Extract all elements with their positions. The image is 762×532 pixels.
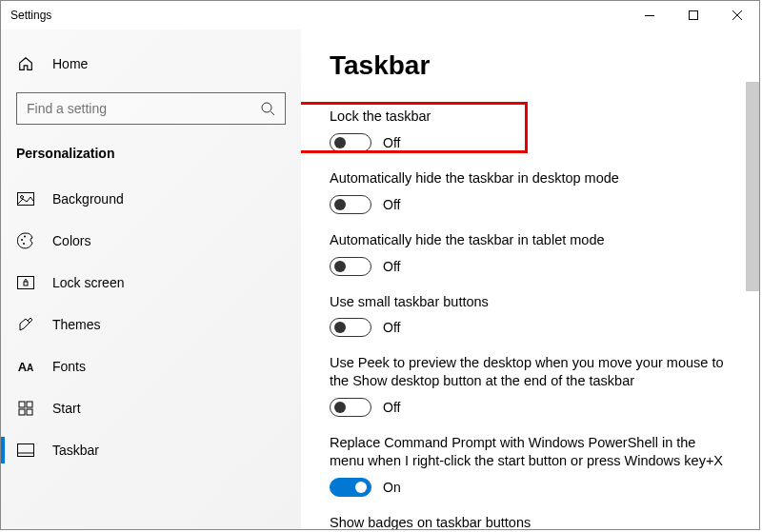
window-title: Settings — [10, 9, 51, 22]
sidebar-item-label: Taskbar — [52, 443, 99, 458]
toggle-autohide-desktop[interactable] — [330, 195, 371, 214]
settings-window: Settings Home — [0, 0, 760, 530]
toggle-state: Off — [383, 400, 400, 415]
svg-point-9 — [24, 236, 26, 238]
svg-rect-12 — [24, 282, 28, 286]
sidebar-item-themes[interactable]: Themes — [1, 304, 301, 345]
svg-rect-15 — [19, 409, 25, 415]
toggle-state: Off — [383, 259, 400, 274]
setting-autohide-tablet: Automatically hide the taskbar in tablet… — [330, 231, 731, 276]
home-label: Home — [52, 56, 88, 71]
setting-peek: Use Peek to preview the desktop when you… — [330, 354, 731, 417]
taskbar-icon — [16, 443, 35, 457]
svg-point-7 — [21, 196, 24, 199]
search-input[interactable] — [27, 101, 260, 116]
svg-rect-0 — [645, 15, 654, 16]
setting-small-buttons: Use small taskbar buttons Off — [330, 293, 731, 338]
setting-label: Use small taskbar buttons — [330, 293, 731, 311]
scrollbar-thumb[interactable] — [746, 82, 759, 291]
search-box[interactable] — [16, 92, 286, 125]
picture-icon — [16, 192, 35, 206]
maximize-button[interactable] — [672, 1, 715, 30]
sidebar-item-label: Start — [52, 401, 81, 416]
search-icon — [260, 101, 275, 116]
category-title: Personalization — [1, 138, 301, 178]
sidebar-item-background[interactable]: Background — [1, 178, 301, 220]
sidebar-item-label: Lock screen — [52, 275, 124, 290]
start-icon — [16, 401, 35, 416]
sidebar-item-start[interactable]: Start — [1, 387, 301, 429]
home-button[interactable]: Home — [1, 45, 301, 83]
toggle-state: Off — [383, 135, 400, 150]
toggle-powershell[interactable] — [330, 478, 371, 497]
setting-label: Replace Command Prompt with Windows Powe… — [330, 434, 731, 470]
setting-autohide-desktop: Automatically hide the taskbar in deskto… — [330, 169, 731, 214]
window-buttons — [628, 1, 759, 30]
toggle-autohide-tablet[interactable] — [330, 257, 371, 276]
sidebar-item-label: Themes — [52, 317, 101, 332]
svg-rect-17 — [18, 444, 34, 457]
toggle-state: Off — [383, 320, 400, 335]
setting-powershell: Replace Command Prompt with Windows Powe… — [330, 434, 731, 497]
svg-rect-1 — [690, 11, 698, 20]
sidebar-item-label: Fonts — [52, 359, 86, 374]
lock-screen-icon — [16, 276, 35, 289]
sidebar-item-colors[interactable]: Colors — [1, 220, 301, 262]
setting-lock-taskbar: Lock the taskbar Off — [330, 108, 731, 152]
sidebar-item-taskbar[interactable]: Taskbar — [1, 429, 301, 471]
content-area: Home Personalization Background Colo — [1, 30, 759, 529]
sidebar-item-lock-screen[interactable]: Lock screen — [1, 262, 301, 304]
toggle-state: On — [383, 480, 401, 495]
toggle-small-buttons[interactable] — [330, 318, 371, 337]
home-icon — [16, 55, 35, 72]
title-bar: Settings — [1, 1, 759, 30]
setting-label: Automatically hide the taskbar in tablet… — [330, 231, 731, 249]
svg-line-5 — [271, 111, 274, 115]
svg-point-10 — [23, 243, 25, 245]
setting-label: Use Peek to preview the desktop when you… — [330, 354, 731, 390]
setting-label: Show badges on taskbar buttons — [330, 514, 731, 529]
minimize-button[interactable] — [628, 1, 672, 30]
palette-icon — [16, 232, 35, 249]
sidebar-item-fonts[interactable]: AA Fonts — [1, 345, 301, 387]
main-panel: Taskbar Lock the taskbar Off Automatical… — [301, 30, 759, 529]
page-title: Taskbar — [330, 50, 731, 81]
close-button[interactable] — [715, 1, 759, 30]
toggle-lock-taskbar[interactable] — [330, 133, 371, 152]
setting-label: Lock the taskbar — [330, 108, 731, 126]
setting-badges: Show badges on taskbar buttons — [330, 514, 731, 529]
sidebar-item-label: Background — [52, 191, 124, 207]
minimize-icon — [645, 15, 654, 16]
close-icon — [732, 10, 742, 20]
setting-label: Automatically hide the taskbar in deskto… — [330, 169, 731, 187]
themes-icon — [16, 316, 35, 333]
sidebar: Home Personalization Background Colo — [1, 30, 301, 529]
svg-rect-14 — [27, 402, 32, 407]
fonts-icon: AA — [16, 360, 35, 374]
toggle-state: Off — [383, 197, 400, 212]
svg-rect-11 — [18, 277, 34, 289]
sidebar-item-label: Colors — [52, 233, 90, 248]
svg-rect-16 — [27, 409, 32, 415]
svg-point-8 — [21, 239, 23, 241]
maximize-icon — [689, 10, 698, 20]
toggle-peek[interactable] — [330, 398, 371, 417]
svg-point-4 — [262, 103, 271, 112]
svg-rect-13 — [19, 402, 25, 407]
